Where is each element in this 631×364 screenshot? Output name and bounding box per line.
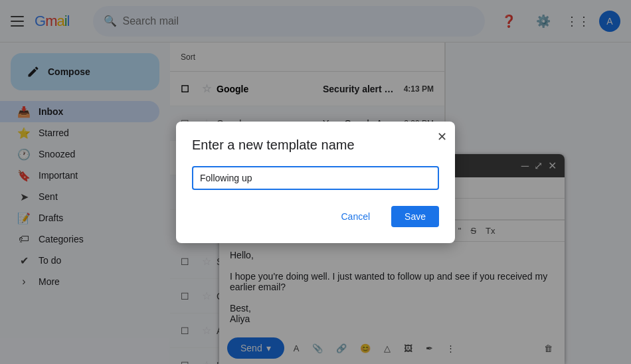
save-button[interactable]: Save bbox=[391, 206, 439, 227]
modal-dialog: ✕ Enter a new template name Cancel Save bbox=[176, 122, 455, 243]
modal-close-icon[interactable]: ✕ bbox=[437, 130, 447, 144]
template-name-input[interactable] bbox=[192, 166, 439, 190]
modal-overlay: ✕ Enter a new template name Cancel Save bbox=[0, 0, 631, 364]
modal-title: Enter a new template name bbox=[192, 137, 439, 153]
cancel-button[interactable]: Cancel bbox=[327, 206, 383, 227]
modal-buttons: Cancel Save bbox=[192, 206, 439, 227]
